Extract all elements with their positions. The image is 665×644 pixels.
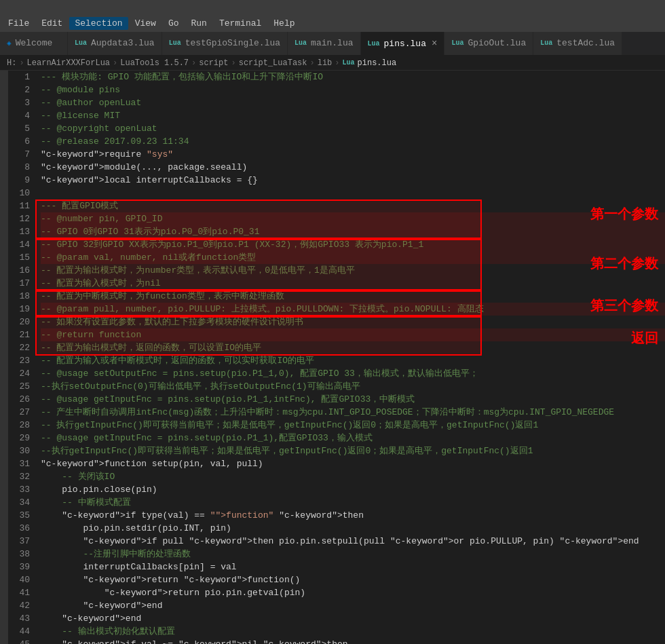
line-number-11: 11 bbox=[8, 200, 30, 212]
code-area[interactable]: --- 模块功能: GPIO 功能配置，包括输入输出IO和上升下降沿中断IO--… bbox=[35, 71, 665, 644]
line-number-39: 39 bbox=[8, 561, 30, 573]
code-line-28: -- 执行getInputFnc()即可获得当前电平；如果是低电平，getInp… bbox=[41, 419, 665, 432]
code-line-18: -- 配置为中断模式时，为function类型，表示中断处理函数 bbox=[41, 290, 665, 303]
tab-label: testAdc.lua bbox=[556, 38, 615, 48]
line-number-26: 26 bbox=[8, 393, 30, 406]
breadcrumb-learnair[interactable]: LearnAirXXXForLua bbox=[27, 58, 110, 68]
line-number-10: 10 bbox=[8, 187, 30, 200]
breadcrumb-h[interactable]: H: bbox=[7, 58, 16, 68]
code-line-19: -- @param pull, number, pio.PULLUP: 上拉模式… bbox=[41, 303, 665, 316]
close-icon[interactable]: × bbox=[432, 38, 437, 49]
code-line-36: pio.pin.setdir(pio.INT, pin) bbox=[41, 522, 665, 535]
lua-icon: Lua bbox=[451, 39, 463, 47]
code-line-32: -- 关闭该IO bbox=[41, 470, 665, 483]
line-number-20: 20 bbox=[8, 316, 30, 328]
activitybar bbox=[0, 71, 8, 644]
menu-edit[interactable]: Edit bbox=[36, 17, 68, 30]
line-number-8: 8 bbox=[8, 161, 30, 174]
code-line-43: "c-keyword">end bbox=[41, 612, 665, 625]
line-number-16: 16 bbox=[8, 264, 30, 277]
tab-label: GpioOut.lua bbox=[468, 38, 526, 48]
code-line-17: -- 配置为输入模式时，为nil bbox=[41, 277, 665, 290]
code-line-40: "c-keyword">return "c-keyword">function(… bbox=[41, 573, 665, 586]
line-number-32: 32 bbox=[8, 470, 30, 483]
breadcrumb: H: › LearnAirXXXForLua › LuaTools 1.5.7 … bbox=[0, 56, 665, 71]
code-line-34: -- 中断模式配置 bbox=[41, 496, 665, 509]
code-line-41: "c-keyword">return pio.pin.getval(pin) bbox=[41, 586, 665, 599]
code-line-15: -- @param val, number, nil或者function类型 bbox=[41, 251, 665, 264]
code-line-16: -- 配置为输出模式时，为number类型，表示默认电平，0是低电平，1是高电平 bbox=[41, 264, 665, 277]
code-line-39: interruptCallbacks[pin] = val bbox=[41, 561, 665, 573]
tab-welcome[interactable]: ◈ Welcome bbox=[0, 32, 68, 55]
tab-aupdata3[interactable]: Lua Aupdata3.lua bbox=[68, 32, 162, 55]
annotation-label-param2: 第二个参数 bbox=[590, 254, 658, 273]
code-line-8: "c-keyword">module(..., package.seeall) bbox=[41, 161, 665, 174]
code-line-22: -- 配置为输出模式时，返回的函数，可以设置IO的电平 bbox=[41, 341, 665, 354]
line-number-29: 29 bbox=[8, 432, 30, 444]
line-number-2: 2 bbox=[8, 83, 30, 96]
annotation-label-return: 返回 bbox=[631, 329, 658, 347]
code-line-24: -- @usage setOutputFnc = pins.setup(pio.… bbox=[41, 367, 665, 380]
code-line-30: --执行getInputFnc()即可获得当前电平；如果是低电平，getInpu… bbox=[41, 444, 665, 457]
breadcrumb-lua-icon: Lua bbox=[343, 59, 355, 67]
line-number-45: 45 bbox=[8, 638, 30, 644]
tab-gpioout[interactable]: Lua GpioOut.lua bbox=[444, 32, 533, 55]
line-number-14: 14 bbox=[8, 238, 30, 251]
tab-label: main.lua bbox=[311, 38, 353, 48]
breadcrumb-luatools[interactable]: LuaTools 1.5.7 bbox=[120, 58, 189, 68]
line-number-42: 42 bbox=[8, 599, 30, 612]
breadcrumb-scriptluatask[interactable]: script_LuaTask bbox=[239, 58, 307, 68]
line-number-9: 9 bbox=[8, 174, 30, 187]
code-line-10 bbox=[41, 187, 665, 200]
menu-view[interactable]: View bbox=[130, 17, 162, 30]
breadcrumb-script[interactable]: script bbox=[199, 58, 228, 68]
line-number-44: 44 bbox=[8, 625, 30, 638]
code-line-7: "c-keyword">require "sys" bbox=[41, 148, 665, 161]
menu-selection[interactable]: Selection bbox=[69, 17, 128, 30]
code-line-38: --注册引脚中断的处理函数 bbox=[41, 548, 665, 561]
code-line-2: -- @module pins bbox=[41, 83, 665, 96]
line-number-25: 25 bbox=[8, 380, 30, 393]
menu-help[interactable]: Help bbox=[268, 17, 300, 30]
tab-testgpiosingle[interactable]: Lua testGpioSingle.lua bbox=[162, 32, 288, 55]
tab-label: pins.lua bbox=[384, 39, 426, 49]
line-number-4: 4 bbox=[8, 109, 30, 122]
tab-label: testGpioSingle.lua bbox=[185, 38, 280, 48]
code-line-21: -- @return function bbox=[41, 328, 665, 341]
lua-icon: Lua bbox=[294, 39, 307, 47]
breadcrumb-filename[interactable]: pins.lua bbox=[358, 58, 397, 68]
line-number-35: 35 bbox=[8, 509, 30, 522]
line-number-1: 1 bbox=[8, 71, 30, 83]
menu-run[interactable]: Run bbox=[185, 17, 212, 30]
line-number-38: 38 bbox=[8, 548, 30, 561]
code-line-44: -- 输出模式初始化默认配置 bbox=[41, 625, 665, 638]
menubar: File Edit Selection View Go Run Terminal… bbox=[0, 15, 665, 32]
code-line-45: "c-keyword">if val ~= "c-keyword">nil "c… bbox=[41, 638, 665, 644]
code-line-11: --- 配置GPIO模式 bbox=[41, 200, 665, 212]
line-number-13: 13 bbox=[8, 225, 30, 238]
tab-testadc[interactable]: Lua testAdc.lua bbox=[533, 32, 622, 55]
tab-main[interactable]: Lua main.lua bbox=[288, 32, 360, 55]
code-line-4: -- @license MIT bbox=[41, 109, 665, 122]
welcome-icon: ◈ bbox=[7, 39, 12, 48]
code-line-1: --- 模块功能: GPIO 功能配置，包括输入输出IO和上升下降沿中断IO bbox=[41, 71, 665, 83]
code-line-5: -- @copyright openLuat bbox=[41, 122, 665, 135]
code-line-27: -- 产生中断时自动调用intFnc(msg)函数；上升沿中断时：msg为cpu… bbox=[41, 406, 665, 419]
line-number-27: 27 bbox=[8, 406, 30, 419]
code-line-3: -- @author openLuat bbox=[41, 96, 665, 109]
lua-icon: Lua bbox=[368, 40, 380, 48]
line-number-7: 7 bbox=[8, 148, 30, 161]
tabbar: ◈ Welcome Lua Aupdata3.lua Lua testGpioS… bbox=[0, 32, 665, 56]
lua-icon: Lua bbox=[540, 39, 552, 47]
annotation-label-param3: 第三个参数 bbox=[590, 297, 658, 315]
line-number-22: 22 bbox=[8, 341, 30, 354]
titlebar bbox=[0, 0, 665, 15]
menu-file[interactable]: File bbox=[3, 17, 35, 30]
tab-pins[interactable]: Lua pins.lua × bbox=[361, 32, 445, 55]
annotation-label-param1: 第一个参数 bbox=[590, 205, 658, 223]
menu-terminal[interactable]: Terminal bbox=[214, 17, 267, 30]
menu-go[interactable]: Go bbox=[163, 17, 185, 30]
code-line-35: "c-keyword">if type(val) == "">function"… bbox=[41, 509, 665, 522]
line-numbers: 1234567891011121314151617181920212223242… bbox=[8, 71, 35, 644]
breadcrumb-lib[interactable]: lib bbox=[318, 58, 332, 68]
